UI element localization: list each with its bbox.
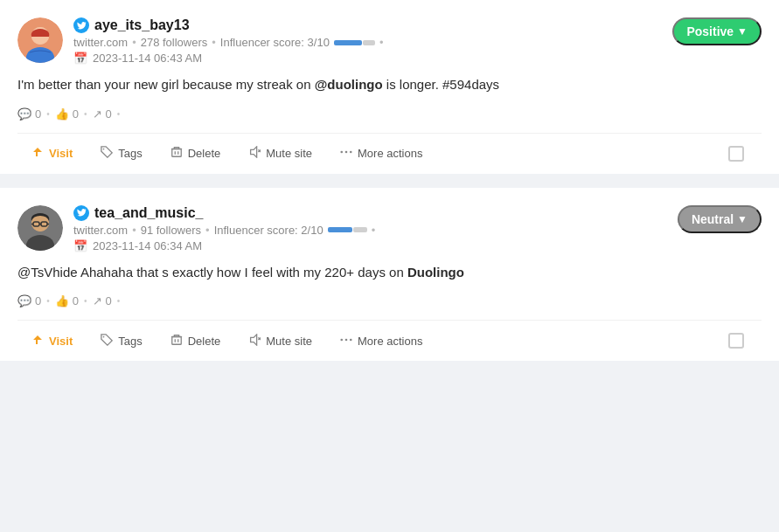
mute-icon	[248, 146, 261, 161]
username: tea_and_music_	[94, 205, 204, 221]
stat-dot-2: •	[84, 109, 87, 119]
like-icon: 👍	[55, 294, 69, 307]
share-stat: ↗ 0	[93, 107, 112, 121]
meta-dot-3: •	[379, 36, 384, 49]
chevron-down-icon: ▼	[737, 213, 748, 225]
tags-icon	[101, 146, 113, 161]
post-divider	[0, 181, 779, 188]
meta-dot-2: •	[212, 36, 216, 49]
datetime: 2023-11-14 06:43 AM	[93, 52, 202, 65]
post-checkbox-area[interactable]	[711, 134, 762, 174]
influencer-score: Influencer score: 2/10	[214, 224, 367, 237]
delete-action[interactable]: Delete	[156, 134, 235, 173]
datetime: 2023-11-14 06:34 AM	[93, 239, 202, 252]
sentiment-label: Positive	[686, 24, 734, 38]
visit-action[interactable]: Visit	[17, 321, 87, 361]
post-checkbox[interactable]	[728, 333, 744, 349]
post-content: @TsVhide Ahahaha that s exactly how I fe…	[17, 263, 762, 283]
share-stat: ↗ 0	[93, 294, 112, 307]
post-card-1: aye_its_bay13 twitter.com • 278 follower…	[0, 0, 779, 174]
svg-rect-27	[171, 336, 181, 344]
stat-dot-1: •	[46, 109, 50, 119]
post-checkbox-area[interactable]	[711, 321, 762, 361]
calendar-icon: 📅	[73, 239, 87, 252]
sentiment-badge[interactable]: Neutral ▼	[678, 205, 762, 233]
action-bar: Visit Tags	[17, 320, 762, 361]
share-icon: ↗	[93, 294, 102, 307]
comment-stat: 💬 0	[17, 107, 41, 121]
mute-icon	[248, 334, 261, 349]
more-actions-action[interactable]: More actions	[326, 134, 436, 173]
followers-count: 278 followers	[141, 36, 208, 49]
mute-label: Mute site	[266, 147, 312, 160]
svg-rect-6	[171, 149, 181, 157]
sentiment-label: Neutral	[692, 212, 734, 226]
svg-point-5	[103, 149, 105, 150]
tags-action[interactable]: Tags	[87, 134, 156, 173]
more-actions-icon	[340, 334, 352, 349]
svg-point-26	[103, 335, 105, 337]
more-actions-icon	[340, 146, 352, 161]
svg-point-36	[350, 338, 352, 341]
influencer-score-text: Influencer score: 2/10	[214, 224, 323, 237]
avatar	[17, 17, 63, 63]
tags-icon	[101, 334, 113, 349]
more-actions-action[interactable]: More actions	[326, 321, 436, 361]
user-info: tea_and_music_ twitter.com • 91 follower…	[73, 205, 375, 252]
tags-label: Tags	[118, 147, 142, 160]
sentiment-badge-container[interactable]: Positive ▼	[672, 17, 762, 45]
visit-action[interactable]: Visit	[17, 134, 87, 173]
post-header: aye_its_bay13 twitter.com • 278 follower…	[17, 17, 762, 65]
mute-action[interactable]: Mute site	[234, 134, 326, 173]
svg-point-13	[340, 151, 343, 154]
more-actions-label: More actions	[358, 335, 422, 348]
share-count: 0	[106, 107, 112, 121]
comment-icon: 💬	[17, 107, 31, 121]
sentiment-badge[interactable]: Positive ▼	[672, 17, 762, 45]
share-count: 0	[106, 294, 112, 307]
comment-icon: 💬	[17, 294, 31, 307]
like-count: 0	[73, 294, 79, 307]
post-stats: 💬 0 • 👍 0 • ↗ 0 •	[17, 294, 762, 307]
twitter-icon	[73, 205, 89, 221]
platform-label: twitter.com	[73, 36, 128, 49]
visit-icon	[31, 334, 44, 349]
like-icon: 👍	[55, 107, 69, 121]
chevron-down-icon: ▼	[737, 25, 748, 38]
post-header: tea_and_music_ twitter.com • 91 follower…	[17, 205, 762, 252]
meta-row: twitter.com • 91 followers • Influencer …	[73, 224, 375, 237]
twitter-icon	[73, 17, 89, 33]
influencer-score: Influencer score: 3/10	[220, 36, 375, 49]
meta-row: twitter.com • 278 followers • Influencer…	[73, 36, 383, 49]
sentiment-badge-container[interactable]: Neutral ▼	[678, 205, 762, 233]
share-icon: ↗	[93, 107, 102, 121]
post-card-2: tea_and_music_ twitter.com • 91 follower…	[0, 188, 779, 362]
post-header-left: aye_its_bay13 twitter.com • 278 follower…	[17, 17, 383, 65]
action-bar: Visit Tags	[17, 133, 762, 174]
visit-icon	[31, 146, 44, 161]
post-content: I'm better than your new girl because my…	[17, 75, 762, 95]
calendar-icon: 📅	[73, 52, 87, 65]
svg-point-35	[345, 338, 348, 341]
mute-action[interactable]: Mute site	[234, 321, 326, 361]
delete-icon	[170, 146, 183, 161]
svg-marker-10	[251, 147, 257, 157]
tags-action[interactable]: Tags	[87, 321, 156, 361]
svg-point-15	[350, 151, 352, 154]
svg-point-34	[340, 338, 343, 341]
delete-label: Delete	[188, 147, 221, 160]
stat-dot-2: •	[84, 296, 87, 306]
meta-dot-2: •	[205, 224, 210, 237]
like-count: 0	[73, 107, 79, 121]
svg-marker-31	[251, 334, 257, 344]
post-stats: 💬 0 • 👍 0 • ↗ 0 •	[17, 107, 762, 121]
visit-label: Visit	[49, 147, 73, 160]
delete-action[interactable]: Delete	[156, 321, 235, 361]
post-header-left: tea_and_music_ twitter.com • 91 follower…	[17, 205, 375, 252]
username-row: aye_its_bay13	[73, 17, 383, 33]
post-checkbox[interactable]	[728, 146, 744, 162]
username-row: tea_and_music_	[73, 205, 375, 221]
stat-dot-3: •	[117, 296, 121, 306]
svg-marker-4	[33, 148, 42, 156]
stat-dot-3: •	[117, 109, 121, 119]
